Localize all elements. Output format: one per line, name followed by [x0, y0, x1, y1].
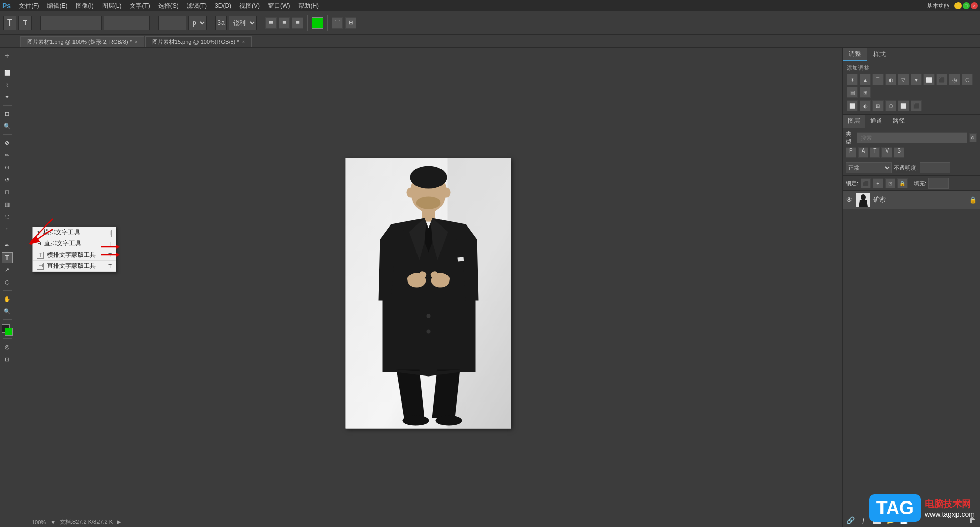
tab-close-2[interactable]: × — [242, 39, 246, 45]
text-mask-horizontal[interactable]: T 横排文字蒙版工具 T — [33, 249, 116, 261]
layer-eye-icon[interactable]: 👁 — [846, 196, 853, 204]
curves-btn[interactable]: ⌒ — [872, 74, 884, 85]
styles-tab[interactable]: 样式 — [867, 48, 892, 61]
tab-image1[interactable]: 图片素材1.png @ 100% (矩形 2, RGB/8) * × — [20, 36, 144, 47]
adj6-btn[interactable]: ⬛ — [911, 100, 922, 111]
history-brush-tool[interactable]: ↺ — [2, 174, 13, 185]
brightness-contrast-btn[interactable]: ☀ — [847, 74, 858, 85]
invert-btn[interactable]: ⊞ — [860, 87, 871, 98]
align-right-button[interactable]: ≡ — [292, 17, 303, 29]
filter-shape-btn[interactable]: V — [881, 147, 892, 158]
hue-saturation-btn[interactable]: ▼ — [911, 74, 922, 85]
align-left-button[interactable]: ≡ — [265, 17, 277, 29]
tab-image15[interactable]: 图片素材15.png @ 100%(RGB/8) * × — [145, 36, 252, 47]
lock-position-btn[interactable]: + — [873, 178, 883, 188]
stamp-tool[interactable]: ⊙ — [2, 162, 13, 173]
menu-image[interactable]: 图像(I) — [71, 1, 97, 11]
font-name-input[interactable]: 微软雅黑 — [40, 16, 102, 30]
brush-tool[interactable]: ✏ — [2, 149, 13, 161]
selective-color-btn[interactable]: ⬡ — [885, 100, 896, 111]
bw-btn[interactable]: ⬛ — [936, 74, 947, 85]
quick-mask-tool[interactable]: ◎ — [2, 341, 13, 353]
marquee-tool[interactable]: ⬜ — [2, 67, 13, 78]
warp-text-button[interactable]: ⌒ — [332, 17, 343, 29]
lasso-tool[interactable]: ⌇ — [2, 79, 13, 90]
align-center-button[interactable]: ≡ — [279, 17, 290, 29]
hand-tool[interactable]: ✋ — [2, 293, 13, 305]
blur-tool[interactable]: ◌ — [2, 211, 13, 222]
threshold-btn[interactable]: ◐ — [860, 100, 871, 111]
filter-smart-btn[interactable]: S — [894, 147, 904, 158]
text-color-swatch[interactable] — [312, 17, 323, 29]
healing-brush-tool[interactable]: ⊘ — [2, 137, 13, 148]
text-tool-horizontal[interactable]: T 横排文字工具 T | — [33, 227, 116, 238]
magic-wand-tool[interactable]: ✦ — [2, 91, 13, 103]
color-lookup-btn[interactable]: ▤ — [847, 87, 858, 98]
layers-tab[interactable]: 图层 — [843, 115, 865, 128]
layers-filter-toggle[interactable]: ⊘ — [969, 133, 977, 142]
background-color[interactable] — [5, 328, 13, 336]
layers-search-input[interactable] — [857, 132, 967, 143]
filter-type-btn[interactable]: T — [870, 147, 880, 158]
posterize-btn[interactable]: ⬜ — [847, 100, 858, 111]
adjustments-tab[interactable]: 调整 — [843, 48, 867, 61]
channel-mixer-btn[interactable]: ⬡ — [962, 74, 973, 85]
minimize-button[interactable]: − — [954, 2, 962, 9]
menu-3d[interactable]: 3D(D) — [211, 1, 235, 10]
menu-window[interactable]: 窗口(W) — [264, 1, 294, 11]
lock-all-btn[interactable]: 🔒 — [897, 178, 908, 188]
pen-tool[interactable]: ✒ — [2, 240, 13, 251]
tab-close-1[interactable]: × — [135, 39, 138, 45]
menu-layer[interactable]: 图层(L) — [98, 1, 126, 11]
opacity-input[interactable]: 100% — [920, 162, 950, 173]
move-tool[interactable]: ✛ — [2, 50, 13, 61]
text-tool-vertical[interactable]: T 直排文字工具 T — [33, 238, 116, 249]
layer-row-1[interactable]: 👁 矿索 🔒 — [843, 191, 980, 209]
font-size-input[interactable]: 14 — [158, 16, 186, 30]
close-button[interactable]: × — [971, 2, 978, 9]
text-tool-icon[interactable]: T — [3, 16, 16, 30]
filter-adjust-btn[interactable]: A — [858, 147, 869, 158]
paths-tab[interactable]: 路径 — [888, 115, 910, 128]
exposure-btn[interactable]: ◐ — [885, 74, 896, 85]
text-orientation-icon[interactable]: T — [18, 16, 32, 30]
text-tool[interactable]: T — [2, 252, 13, 263]
status-arrow[interactable]: ▶ — [117, 519, 121, 525]
filter-pixel-btn[interactable]: P — [846, 147, 856, 158]
font-unit-select[interactable]: pt px — [188, 16, 207, 30]
vibrance-btn[interactable]: ▽ — [898, 74, 909, 85]
link-layers-btn[interactable]: 🔗 — [845, 515, 856, 526]
screen-mode-tool[interactable]: ⊡ — [2, 354, 13, 365]
path-select-tool[interactable]: ↗ — [2, 264, 13, 275]
adj5-btn[interactable]: ⬜ — [898, 100, 909, 111]
lock-artboard-btn[interactable]: ⊡ — [885, 178, 895, 188]
gradient-tool[interactable]: ▥ — [2, 198, 13, 210]
shape-tool[interactable]: ⬡ — [2, 277, 13, 288]
channels-tab[interactable]: 通道 — [865, 115, 888, 128]
maximize-button[interactable]: □ — [963, 2, 970, 9]
menu-text[interactable]: 文字(T) — [126, 1, 154, 11]
menu-help[interactable]: 帮助(H) — [294, 1, 323, 11]
menu-edit[interactable]: 编辑(E) — [43, 1, 71, 11]
gradient-map-btn[interactable]: ⊞ — [872, 100, 884, 111]
lock-pixels-btn[interactable]: ⬛ — [861, 178, 871, 188]
anti-alias-select[interactable]: 锐利 犀利 浑厚 平滑 — [229, 16, 257, 30]
canvas-image[interactable] — [346, 158, 511, 428]
layer-style-btn[interactable]: ƒ — [858, 515, 869, 526]
eyedropper-tool[interactable]: 🔍 — [2, 120, 13, 132]
character-paragraph-button[interactable]: ⊞ — [345, 17, 356, 29]
text-mask-vertical[interactable]: T 直排文字蒙版工具 T — [33, 261, 116, 272]
color-balance-btn[interactable]: ⬜ — [923, 74, 935, 85]
menu-filter[interactable]: 滤镜(T) — [183, 1, 211, 11]
zoom-tool[interactable]: 🔍 — [2, 306, 13, 317]
dodge-tool[interactable]: ○ — [2, 223, 13, 234]
font-style-input[interactable]: Light — [104, 16, 150, 30]
blend-mode-select[interactable]: 正常 — [846, 162, 892, 173]
crop-tool[interactable]: ⊡ — [2, 108, 13, 119]
zoom-controls[interactable]: ▼ — [50, 519, 56, 525]
menu-file[interactable]: 文件(F) — [15, 1, 43, 11]
menu-view[interactable]: 视图(V) — [235, 1, 264, 11]
photo-filter-btn[interactable]: ◷ — [949, 74, 960, 85]
fill-input[interactable]: 100% — [928, 178, 949, 189]
levels-btn[interactable]: ▲ — [860, 74, 871, 85]
